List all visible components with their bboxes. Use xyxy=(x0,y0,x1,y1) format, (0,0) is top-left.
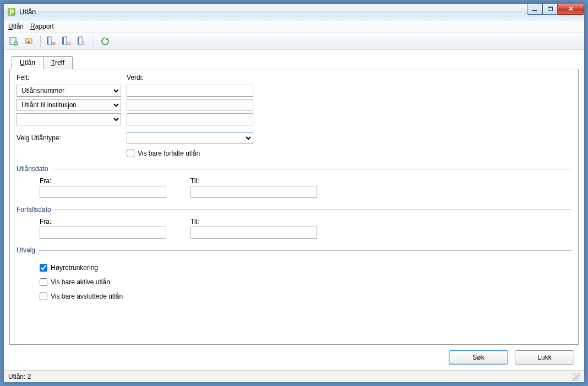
forfallsdato-legend: Forfallsdato xyxy=(17,206,55,213)
tab-utlan[interactable]: Utlån xyxy=(12,56,43,69)
hoy-row: Høyretrunkering xyxy=(40,264,571,272)
toolbar-separator xyxy=(40,35,41,47)
utlansdato-til-label: Til: xyxy=(190,177,317,185)
window-buttons: ✕ xyxy=(527,4,584,16)
overdue-label: Vis bare forfalte utlån xyxy=(138,150,200,157)
utlansdato-fra-input[interactable] xyxy=(40,186,166,198)
forfallsdato-til-label: Til: xyxy=(190,218,317,225)
find-u-icon: U xyxy=(62,36,73,46)
find-u-button[interactable]: U xyxy=(61,35,74,48)
avsl-label: Vis bare avsluttede utlån xyxy=(51,293,123,300)
svg-rect-11 xyxy=(78,37,79,45)
tab-treff-rest: reff xyxy=(55,59,64,67)
tab-utlan-rest: tlån xyxy=(25,59,35,67)
aktiv-label: Vis bare aktive utlån xyxy=(51,278,110,286)
value1-input[interactable] xyxy=(127,85,253,97)
verdi-label: Verdi: xyxy=(127,74,259,81)
find-id-button[interactable]: ID xyxy=(45,35,58,48)
return-icon xyxy=(24,36,34,46)
field3-select[interactable] xyxy=(17,113,121,125)
menu-utlan[interactable]: Utlån xyxy=(8,23,24,30)
field2-select[interactable]: Utlånt til institusjon xyxy=(17,99,121,111)
menu-rapport[interactable]: Rapport xyxy=(30,23,54,30)
menu-rapport-rest: apport xyxy=(35,23,54,30)
status-text: Utlån: 2 xyxy=(8,373,31,381)
toolbar: ID U i xyxy=(4,32,584,50)
app-icon xyxy=(7,8,16,16)
felt-label: Felt: xyxy=(17,74,127,81)
toolbar-separator-2 xyxy=(94,35,94,47)
avsl-row: Vis bare avsluttede utlån xyxy=(40,293,571,300)
field1-select[interactable]: Utlånsnummer xyxy=(17,85,121,97)
svg-rect-8 xyxy=(62,37,64,45)
menu-utlan-rest: tlån xyxy=(13,23,24,30)
svg-text:ID: ID xyxy=(51,41,56,46)
resize-grip-icon[interactable] xyxy=(572,373,580,381)
button-row: Søk Lukk xyxy=(9,345,579,368)
content: Utlån Treff Felt: Verdi: Utlånsnummer xyxy=(4,50,584,370)
hoy-checkbox[interactable] xyxy=(40,264,47,272)
utvalg-fieldset: Utvalg Høyretrunkering Vis bare aktive u… xyxy=(17,246,571,300)
return-button[interactable] xyxy=(23,35,36,48)
aktiv-row: Vis bare aktive utlån xyxy=(40,278,571,286)
find-i-icon: i xyxy=(77,36,88,46)
refresh-button[interactable] xyxy=(99,35,112,48)
new-record-icon xyxy=(9,36,19,46)
value2-input[interactable] xyxy=(127,99,253,111)
forfallsdato-til-input[interactable] xyxy=(190,227,317,239)
hoy-label: Høyretrunkering xyxy=(51,264,98,272)
titlebar: Utlån ✕ xyxy=(4,4,584,20)
menubar: Utlån Rapport xyxy=(4,20,584,32)
tabs: Utlån Treff xyxy=(12,56,579,69)
utlansdato-fra-label: Fra: xyxy=(40,177,166,185)
find-id-icon: ID xyxy=(46,36,57,46)
utlansdato-legend: Utlånsdato xyxy=(17,165,51,173)
forfallsdato-fra-label: Fra: xyxy=(40,218,166,225)
type-select[interactable] xyxy=(127,132,253,144)
header-row: Felt: Verdi: xyxy=(17,74,571,82)
close-button-label: Lukk xyxy=(537,354,551,361)
overdue-checkbox[interactable] xyxy=(127,150,134,157)
utlansdato-til-input[interactable] xyxy=(190,186,317,198)
svg-text:U: U xyxy=(67,41,71,46)
value3-input[interactable] xyxy=(127,113,253,125)
search-button-label: Søk xyxy=(472,354,484,361)
window: Utlån ✕ Utlån Rapport xyxy=(3,3,585,383)
forfallsdato-fieldset: Forfallsdato Fra: Til: xyxy=(17,206,571,239)
refresh-icon xyxy=(100,36,110,46)
avsl-checkbox[interactable] xyxy=(40,293,47,300)
find-i-button[interactable]: i xyxy=(76,35,89,48)
svg-rect-5 xyxy=(47,37,48,45)
window-title: Utlån xyxy=(19,8,527,16)
close-window-button[interactable]: Lukk xyxy=(515,350,574,365)
aktiv-checkbox[interactable] xyxy=(40,278,47,286)
maximize-button[interactable] xyxy=(542,4,558,15)
utlansdato-fieldset: Utlånsdato Fra: Til: xyxy=(17,165,571,198)
utvalg-legend: Utvalg xyxy=(17,246,39,254)
tab-treff[interactable]: Treff xyxy=(43,56,73,69)
panel-utlan: Felt: Verdi: Utlånsnummer Utlånt til ins… xyxy=(9,69,579,345)
new-record-button[interactable] xyxy=(7,35,20,48)
search-button[interactable]: Søk xyxy=(449,350,508,365)
forfallsdato-fra-input[interactable] xyxy=(40,227,166,239)
close-button[interactable]: ✕ xyxy=(558,4,584,15)
type-label: Velg Utlåntype: xyxy=(17,134,127,142)
svg-text:i: i xyxy=(83,41,85,46)
minimize-button[interactable] xyxy=(527,4,542,15)
statusbar: Utlån: 2 xyxy=(4,370,584,382)
